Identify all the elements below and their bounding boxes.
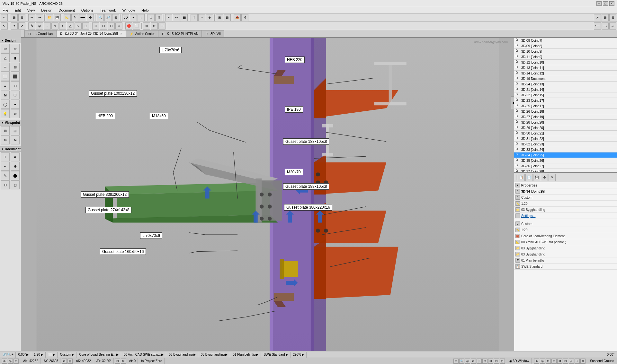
rp-item-3d13[interactable]: 🗋 3D-13 [Joint 11] (514, 65, 617, 71)
viewpoint-section-header[interactable]: ▼ Viewpoint (0, 120, 21, 126)
rp-item-3d33[interactable]: 🗋 3D-33 [Joint 24] (514, 147, 617, 152)
tb-measure[interactable]: 📐 (64, 14, 71, 21)
sb-l3[interactable]: ⊞ (546, 359, 551, 364)
tb-text[interactable]: T (191, 14, 198, 21)
menu-document[interactable]: Document (58, 8, 76, 13)
rp-tb-close[interactable]: ✕ (549, 174, 556, 181)
sb-m1[interactable]: ⊟ (115, 359, 120, 364)
tb-arrow[interactable]: ↖ (1, 14, 8, 21)
tb-save[interactable]: 💾 (54, 14, 61, 21)
sb-bygg1[interactable]: 03 Bygghandling ▶ (167, 352, 198, 358)
sb-r9[interactable]: ◻ (500, 359, 505, 364)
sb-l8[interactable]: ✦ (575, 359, 580, 364)
tool-wall[interactable]: ▭ (1, 44, 10, 53)
tb2-snap1[interactable]: ⊕ (143, 22, 150, 30)
sb-archicad-std[interactable]: 00 ArchiCAD SWE std.p... ▶ (122, 352, 166, 358)
tb-zoom-in[interactable]: 🔍 (97, 14, 104, 21)
rp-item-3d31[interactable]: 🗋 3D-31 [Joint 22] (514, 136, 617, 142)
tool-vp3[interactable]: ⊕ (1, 135, 10, 144)
tb2-a7[interactable]: ▷ (75, 22, 82, 30)
sb-bygg2[interactable]: 03 Bygghandling ▶ (199, 352, 230, 358)
tb2-a6[interactable]: △ (67, 22, 74, 30)
tool-lamp[interactable]: 💡 (1, 109, 10, 118)
tool-mesh[interactable]: ⊠ (1, 91, 10, 100)
main-canvas[interactable]: L 70x70x6 HEB 220 Gusset plate 100x130x1… (21, 38, 514, 351)
menu-edit[interactable]: Edit (13, 8, 22, 13)
tool-vp4[interactable]: ⊗ (11, 135, 20, 144)
sb-l5[interactable]: ⊠ (557, 359, 562, 364)
rp-item-3d22[interactable]: 🗋 3D-22 [Joint 15] (514, 92, 617, 98)
sb-l7[interactable]: 🖊 (569, 359, 574, 364)
sb-m2[interactable]: ⊠ (121, 359, 126, 364)
tool-column[interactable]: ▮ (11, 53, 20, 62)
tb2-nav1[interactable]: ⊞ (92, 22, 99, 30)
prop-folder-2[interactable]: 📁 03 Bygghandling (514, 245, 617, 251)
menu-file[interactable]: File (1, 8, 10, 13)
rp-item-3d37[interactable]: 🗋 3D-37 [Joint 28] (514, 169, 617, 173)
tab-close-icon[interactable]: ✕ (120, 32, 122, 35)
prop-scale-1[interactable]: 📏 1:20 (514, 201, 617, 207)
tb-info[interactable]: ℹ (148, 14, 155, 21)
rp-item-3d11[interactable]: 🗋 3D-11 [Joint 9] (514, 54, 617, 60)
rp-item-3d23[interactable]: 🗋 3D-23 [Joint 17] (514, 98, 617, 103)
rp-item-3d12[interactable]: 🗋 3D-12 [Joint 10] (514, 60, 617, 65)
tb-right3[interactable]: ⊟ (609, 14, 616, 21)
tb-print[interactable]: 🖨 (241, 14, 248, 21)
tb2-snap3[interactable]: ⊞ (158, 22, 165, 30)
rp-tb-settings[interactable]: ⚙ (541, 174, 548, 181)
prop-custom-2[interactable]: 🗋 Custom (514, 221, 617, 227)
rp-item-3d27[interactable]: 🗋 3D-27 [Joint 19] (514, 114, 617, 120)
tb-settings[interactable]: ⚙ (155, 14, 162, 21)
tb-redo[interactable]: ↪ (36, 14, 43, 21)
tb-layer[interactable]: ≡ (165, 14, 172, 21)
sb-angle[interactable]: 0.00° ▶ (16, 352, 31, 358)
sb-r2[interactable]: 🔍 (459, 359, 464, 364)
sb-r4[interactable]: ⊕ (471, 359, 476, 364)
sb-l2[interactable]: ◎ (540, 359, 545, 364)
sb-r8[interactable]: ⊡ (494, 359, 499, 364)
tab-action[interactable]: ⚡ Action Center (126, 30, 158, 37)
sb-l6[interactable]: ⊡ (563, 359, 568, 364)
prop-scale-2[interactable]: 📏 1:20 (514, 227, 617, 233)
tool-curtain[interactable]: ⊞ (11, 63, 20, 72)
tool-doc6[interactable]: ⬤ (11, 171, 20, 180)
sb-snap2[interactable]: ◎ (8, 359, 13, 364)
prop-settings[interactable]: Settings... (514, 213, 617, 219)
tb2-right2[interactable]: ⟶ (602, 22, 609, 30)
tool-doc1[interactable]: T (1, 152, 10, 161)
sb-swe[interactable]: SWE Standard ▶ (262, 352, 290, 358)
sb-plan[interactable]: 01 Plan befintlig ▶ (231, 352, 261, 358)
tb-pen[interactable]: ✏ (173, 14, 180, 21)
tool-doc8[interactable]: ◻ (11, 180, 20, 189)
tb-viewmap[interactable]: ⊞ (11, 14, 18, 21)
tb2-c2[interactable]: ⬜ (133, 22, 140, 30)
rp-item-3d08[interactable]: 🗋 3D-08 [Joint 7] (514, 38, 617, 43)
rp-tb-copy[interactable]: 📋 (518, 174, 525, 181)
tb2-nav4[interactable]: ⊕ (115, 22, 122, 30)
rp-item-3d28[interactable]: 🗋 3D-28 [Joint 20] (514, 120, 617, 125)
tool-stair[interactable]: ≡ (1, 81, 10, 90)
sb-snap3[interactable]: ⊞ (13, 359, 19, 364)
rp-item-3d32[interactable]: 🗋 3D-32 [Joint 23] (514, 142, 617, 147)
tool-zone[interactable]: ⊕ (11, 109, 20, 118)
tool-railing[interactable]: ⊟ (11, 81, 20, 90)
tb2-c1[interactable]: 🔴 (125, 22, 132, 30)
rp-item-3d34[interactable]: 🗋 3D-34 [Joint 25] (514, 152, 617, 158)
prop-settings-value[interactable]: Settings... (521, 214, 616, 218)
sb-l4[interactable]: ⊟ (551, 359, 557, 364)
maximize-button[interactable]: □ (603, 1, 608, 6)
prop-core[interactable]: 🧱 Core of Load-Bearing Element... (514, 233, 617, 239)
sb-r6[interactable]: ⊟ (482, 359, 487, 364)
tb-grid[interactable]: ⊞ (216, 14, 223, 21)
tb-zoom-out[interactable]: 🔎 (104, 14, 112, 21)
sb-custom[interactable]: Custom ▶ (58, 352, 76, 358)
menu-options[interactable]: Options (80, 8, 95, 13)
menu-help[interactable]: Help (140, 8, 150, 13)
tb2-snap2[interactable]: ⊗ (151, 22, 158, 30)
tool-slab[interactable]: ▱ (11, 44, 20, 53)
tb-fill[interactable]: ▦ (181, 14, 188, 21)
tb-label[interactable]: ⊕ (206, 14, 213, 21)
sb-r1[interactable]: ⊞ (453, 359, 459, 364)
rp-item-3d09[interactable]: 🗋 3D-09 [Joint 8] (514, 43, 617, 49)
prop-std[interactable]: 📐 00 ArchiCAD SWE std.pennor (.. (514, 239, 617, 245)
